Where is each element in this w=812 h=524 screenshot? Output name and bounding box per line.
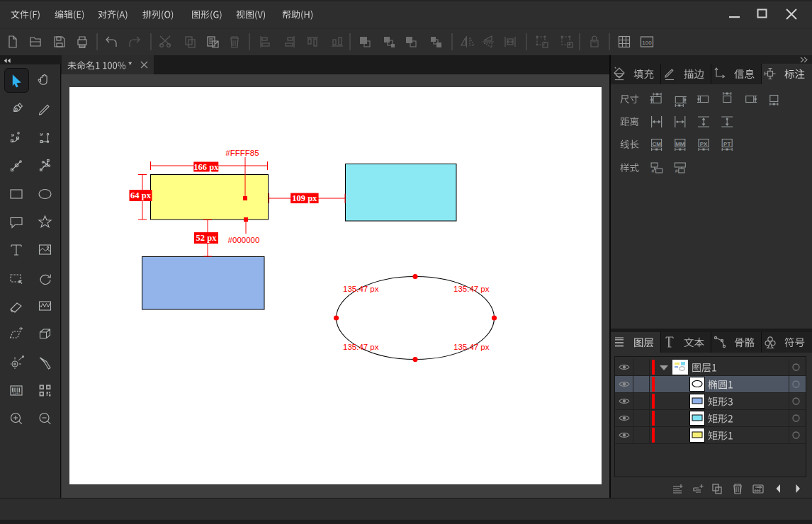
svg-text:CM: CM <box>652 141 661 147</box>
svg-text:MM: MM <box>675 141 685 147</box>
svg-text:64 px: 64 px <box>130 190 152 200</box>
svg-text:PT: PT <box>723 141 731 147</box>
svg-text:1247: 1247 <box>13 392 21 395</box>
svg-text:166 px: 166 px <box>193 162 219 172</box>
svg-text:#000000: #000000 <box>228 236 260 244</box>
svg-text:135.47 px: 135.47 px <box>453 343 490 351</box>
svg-text:52 px: 52 px <box>196 233 218 243</box>
svg-text:#: # <box>652 169 655 173</box>
svg-text:135.47 px: 135.47 px <box>343 343 379 351</box>
svg-text:#FFFF85: #FFFF85 <box>225 149 259 157</box>
svg-text:109 px: 109 px <box>292 193 317 203</box>
svg-text:PX: PX <box>700 141 708 147</box>
svg-text:#: # <box>675 169 678 173</box>
svg-text:135.47 px: 135.47 px <box>453 285 490 293</box>
svg-text:100: 100 <box>642 40 652 46</box>
svg-text:135.47 px: 135.47 px <box>343 285 379 293</box>
